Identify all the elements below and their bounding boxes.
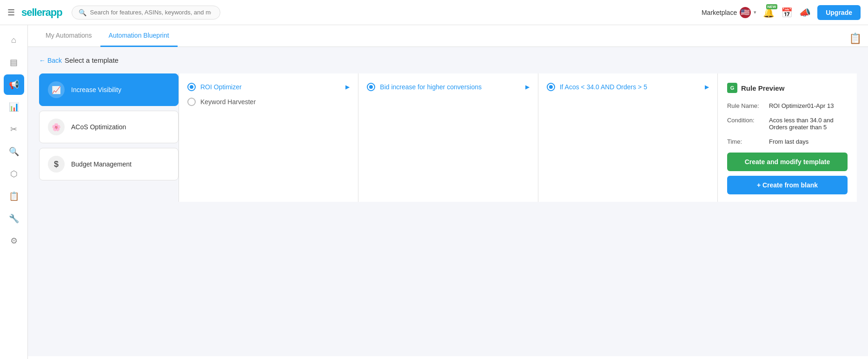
- arrow-icon-acos-condition: ▶: [705, 84, 709, 90]
- chevron-down-icon: ▾: [754, 9, 756, 15]
- back-nav: ← Back Select a template: [39, 56, 857, 64]
- option-bid-increase[interactable]: Bid increase for higher conversions ▶: [367, 83, 529, 91]
- marketplace-dropdown[interactable]: Marketplace ▾: [702, 7, 756, 18]
- category-item-acos-optimization[interactable]: 🌸 ACoS Optimization: [39, 111, 179, 143]
- category-item-budget-management[interactable]: $ Budget Management: [39, 148, 179, 180]
- option-acos-condition[interactable]: If Acos < 34.0 AND Orders > 5 ▶: [547, 83, 709, 91]
- option-label-acos-condition: If Acos < 34.0 AND Orders > 5: [560, 83, 647, 91]
- template-layout: 📈 Increase Visibility 🌸 ACoS Optimizatio…: [39, 73, 857, 202]
- tabs: My Automations Automation Blueprint: [28, 25, 868, 47]
- time-value: From last days: [769, 138, 808, 145]
- category-list: 📈 Increase Visibility 🌸 ACoS Optimizatio…: [39, 73, 179, 202]
- radio-roi-optimizer[interactable]: [187, 83, 196, 91]
- sidebar-item-search[interactable]: 🔍: [4, 141, 24, 162]
- flag-icon: [740, 7, 751, 18]
- sidebar-item-reports[interactable]: 📋: [4, 186, 24, 206]
- sidebar-item-config[interactable]: 🔧: [4, 208, 24, 229]
- arrow-icon-roi-optimizer: ▶: [345, 84, 350, 90]
- note-icon[interactable]: 📋: [849, 33, 861, 45]
- rule-preview-label: Rule Preview: [741, 84, 784, 92]
- options-column-3: If Acos < 34.0 AND Orders > 5 ▶: [538, 73, 717, 202]
- rule-name-label: Rule Name:: [727, 102, 769, 109]
- create-modify-button[interactable]: Create and modify template: [727, 153, 848, 171]
- create-blank-button[interactable]: + Create from blank: [727, 176, 848, 194]
- option-label-keyword-harvester: Keyword Harvester: [200, 98, 256, 106]
- sidebar-item-ads[interactable]: 📢: [4, 74, 24, 95]
- radio-bid-increase[interactable]: [367, 83, 375, 91]
- page-title: Select a template: [65, 56, 119, 64]
- category-label-acos-optimization: ACoS Optimization: [71, 123, 126, 131]
- page-content: ← Back Select a template 📈 Increase Visi…: [28, 47, 868, 356]
- rule-time-row: Time: From last days: [727, 138, 848, 145]
- marketplace-label: Marketplace: [702, 9, 737, 16]
- sidebar-item-network[interactable]: ⬡: [4, 164, 24, 184]
- radio-acos-condition[interactable]: [547, 83, 555, 91]
- rule-condition-row: Condition: Acos less than 34.0 and Order…: [727, 117, 848, 131]
- condition-label: Condition:: [727, 117, 769, 131]
- g-icon: G: [727, 83, 737, 93]
- new-badge: NEW: [766, 4, 778, 9]
- arrow-icon-bid-increase: ▶: [525, 84, 530, 90]
- notifications-bell[interactable]: 🔔 NEW: [763, 7, 775, 18]
- condition-value: Acos less than 34.0 and Orders greater t…: [769, 117, 848, 131]
- option-label-bid-increase: Bid increase for higher conversions: [380, 83, 482, 91]
- sidebar-item-analytics[interactable]: 📊: [4, 97, 24, 117]
- alerts-icon[interactable]: 📣: [799, 7, 811, 18]
- options-column-2: Bid increase for higher conversions ▶: [358, 73, 537, 202]
- tab-automation-blueprint[interactable]: Automation Blueprint: [100, 25, 178, 47]
- sidebar-item-home[interactable]: ⌂: [4, 30, 24, 50]
- radio-keyword-harvester[interactable]: [187, 98, 196, 106]
- rule-name-value: ROI Optimizer01-Apr 13: [769, 102, 834, 109]
- rule-name-row: Rule Name: ROI Optimizer01-Apr 13: [727, 102, 848, 109]
- back-button[interactable]: ← Back: [39, 57, 62, 64]
- hamburger-icon[interactable]: ☰: [7, 7, 15, 18]
- option-label-roi-optimizer: ROI Optimizer: [200, 83, 242, 91]
- category-label-increase-visibility: Increase Visibility: [71, 86, 121, 93]
- rule-preview-panel: G Rule Preview Rule Name: ROI Optimizer0…: [717, 73, 857, 202]
- option-roi-optimizer[interactable]: ROI Optimizer ▶: [187, 83, 350, 91]
- search-input[interactable]: [90, 9, 211, 16]
- sidebar-item-settings[interactable]: ⚙: [4, 231, 24, 251]
- budget-icon: $: [48, 156, 65, 173]
- sidebar: ⌂ ▤ 📢 📊 ✂ 🔍 ⬡ 📋 🔧 ⚙: [0, 25, 28, 359]
- increase-visibility-icon: 📈: [48, 81, 65, 98]
- options-column-1: ROI Optimizer ▶ Keyword Harvester: [179, 73, 358, 202]
- logo: sellerapp: [21, 7, 62, 19]
- nav-right: Marketplace ▾ 🔔 NEW 📅 📣 Upgrade: [702, 5, 861, 20]
- search-icon: 🔍: [79, 9, 86, 16]
- main-content: My Automations Automation Blueprint ← Ba…: [28, 25, 868, 359]
- acos-icon: 🌸: [48, 119, 65, 135]
- search-bar: 🔍: [72, 6, 220, 20]
- topnav: ☰ sellerapp 🔍 Marketplace ▾ 🔔 NEW 📅 📣 Up…: [0, 0, 868, 25]
- tab-my-automations[interactable]: My Automations: [37, 25, 100, 47]
- category-item-increase-visibility[interactable]: 📈 Increase Visibility: [39, 73, 179, 106]
- sidebar-item-tools[interactable]: ✂: [4, 119, 24, 140]
- category-label-budget-management: Budget Management: [71, 160, 132, 168]
- option-keyword-harvester[interactable]: Keyword Harvester: [187, 98, 350, 106]
- time-label: Time:: [727, 138, 769, 145]
- calendar-icon[interactable]: 📅: [781, 7, 793, 18]
- sidebar-item-store[interactable]: ▤: [4, 52, 24, 73]
- upgrade-button[interactable]: Upgrade: [817, 5, 861, 20]
- rule-preview-title: G Rule Preview: [727, 83, 848, 93]
